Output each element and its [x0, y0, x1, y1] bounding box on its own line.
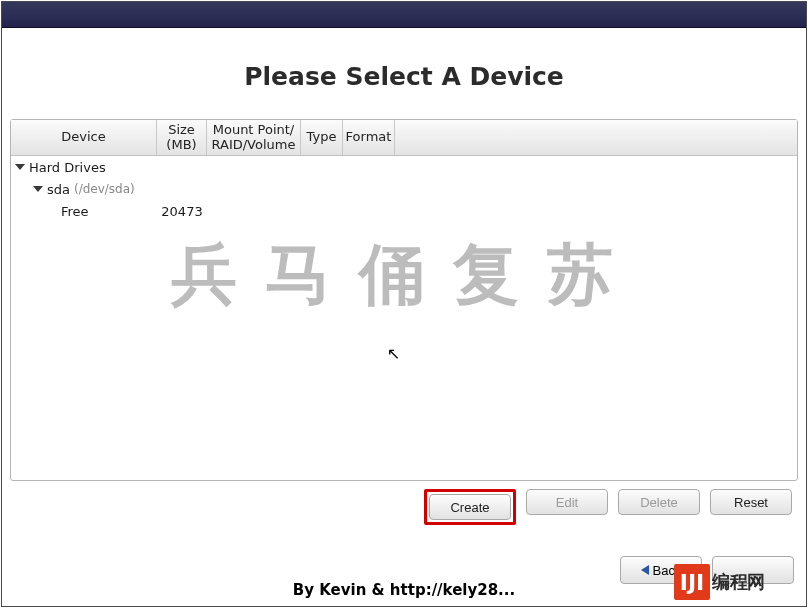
delete-button: Delete [618, 489, 700, 515]
back-button[interactable]: Back [620, 556, 702, 584]
table-header: Device Size (MB) Mount Point/ RAID/Volum… [11, 120, 797, 156]
free-label: Free [61, 204, 89, 219]
create-highlight: Create [424, 489, 516, 525]
action-button-row: Create Edit Delete Reset [4, 481, 804, 525]
col-mount[interactable]: Mount Point/ RAID/Volume [207, 120, 301, 155]
tree-row-disk[interactable]: sda (/dev/sda) [11, 178, 797, 200]
tree-row-root[interactable]: Hard Drives [11, 156, 797, 178]
free-size: 20473 [157, 204, 207, 219]
col-size[interactable]: Size (MB) [157, 120, 207, 155]
nav-button-row: Back [620, 556, 794, 584]
reset-button[interactable]: Reset [710, 489, 792, 515]
device-table: Device Size (MB) Mount Point/ RAID/Volum… [10, 119, 798, 481]
col-format[interactable]: Format [343, 120, 395, 155]
expand-icon[interactable] [33, 186, 43, 192]
edit-button: Edit [526, 489, 608, 515]
watermark-text: 兵马俑复苏 [171, 230, 641, 320]
disk-path: (/dev/sda) [74, 182, 135, 196]
root-label: Hard Drives [29, 160, 106, 175]
tree-row-free[interactable]: Free 20473 [11, 200, 797, 222]
back-label: Back [653, 563, 682, 578]
arrow-left-icon [641, 565, 649, 575]
col-device[interactable]: Device [11, 120, 157, 155]
col-type[interactable]: Type [301, 120, 343, 155]
create-button[interactable]: Create [429, 494, 511, 520]
disk-name: sda [47, 182, 70, 197]
table-body[interactable]: Hard Drives sda (/dev/sda) Free 20473 [11, 156, 797, 480]
footer-credit: By Kevin & http://kely28... [2, 581, 806, 599]
col-spacer [395, 120, 797, 155]
mouse-cursor-icon: ↖ [387, 344, 400, 363]
expand-icon[interactable] [15, 164, 25, 170]
window-title-bar [2, 2, 806, 28]
next-button[interactable] [712, 556, 794, 584]
page-title: Please Select A Device [244, 62, 564, 91]
